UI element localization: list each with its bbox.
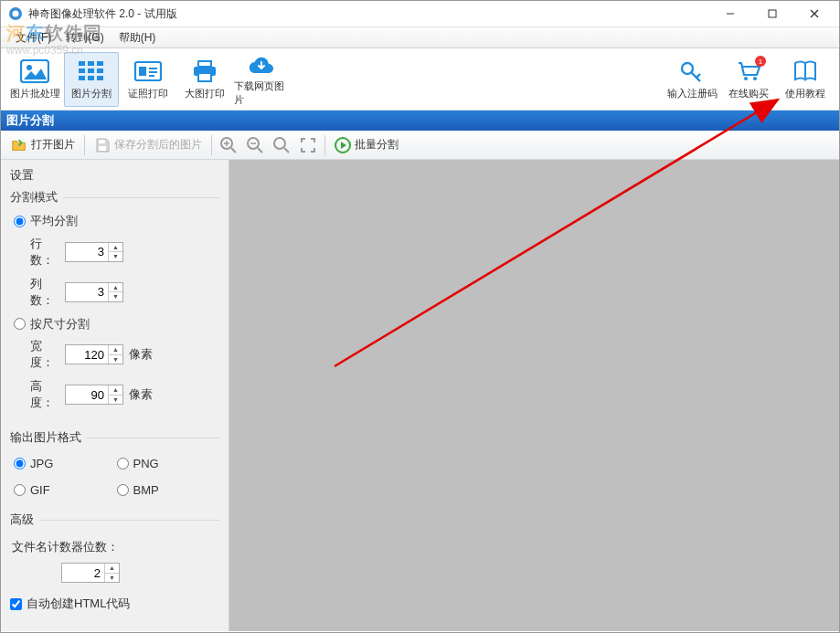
format-bmp-radio[interactable]: BMP	[117, 483, 220, 497]
minimize-button[interactable]	[709, 3, 751, 25]
svg-rect-3	[769, 10, 776, 17]
zoom-out-button[interactable]	[243, 133, 267, 157]
tool-big-print[interactable]: 大图打印	[177, 52, 232, 107]
cols-label: 列数：	[14, 276, 59, 309]
width-label: 宽度：	[14, 338, 59, 371]
svg-rect-13	[97, 69, 103, 73]
grid-icon	[76, 58, 107, 85]
menu-file[interactable]: 文件(F)	[8, 27, 58, 48]
maximize-button[interactable]	[751, 3, 793, 25]
svg-rect-11	[79, 69, 85, 73]
svg-rect-24	[198, 73, 211, 81]
app-icon	[8, 6, 23, 21]
tool-tutorial[interactable]: 使用教程	[778, 52, 833, 107]
format-jpg-radio[interactable]: JPG	[14, 457, 117, 470]
key-icon	[676, 58, 707, 85]
svg-point-28	[744, 77, 748, 80]
height-input[interactable]: ▲▼	[65, 385, 123, 405]
tool-download-web-image[interactable]: 下载网页图片	[234, 52, 289, 107]
settings-panel: 设置 分割模式 平均分割 行数： ▲▼ 列数： ▲▼ 按尺寸分割 宽度： ▲▼ …	[1, 160, 229, 631]
format-png-radio[interactable]: PNG	[117, 457, 220, 470]
open-image-button[interactable]: 打开图片	[6, 133, 80, 157]
format-gif-radio[interactable]: GIF	[14, 483, 117, 497]
cloud-download-icon	[246, 52, 277, 78]
tool-buy-online[interactable]: 1 在线购买	[721, 52, 776, 107]
svg-rect-30	[99, 140, 105, 143]
counter-input[interactable]: ▲▼	[61, 563, 120, 583]
settings-title: 设置	[10, 164, 219, 189]
svg-line-40	[284, 148, 289, 153]
auto-html-checkbox[interactable]: 自动创建HTML代码	[10, 596, 130, 612]
canvas-area	[229, 160, 839, 631]
svg-rect-31	[99, 146, 106, 151]
zoom-in-button[interactable]	[217, 133, 240, 157]
window-title: 神奇图像处理软件 2.0 - 试用版	[28, 6, 709, 22]
output-format-legend: 输出图片格式	[10, 429, 87, 446]
svg-line-33	[231, 148, 236, 153]
tool-batch-process[interactable]: 图片批处理	[7, 52, 62, 107]
svg-point-39	[274, 138, 285, 149]
svg-rect-10	[97, 61, 103, 66]
folder-open-icon	[11, 137, 27, 153]
id-card-icon	[133, 58, 164, 85]
cart-badge: 1	[755, 56, 766, 67]
printer-icon	[189, 58, 220, 85]
svg-rect-18	[139, 67, 146, 76]
menu-help[interactable]: 帮助(H)	[112, 27, 164, 48]
svg-rect-8	[79, 61, 85, 66]
svg-point-7	[27, 65, 32, 70]
image-icon	[19, 58, 50, 85]
shopping-cart-icon: 1	[733, 58, 764, 85]
cols-input[interactable]: ▲▼	[65, 282, 123, 302]
rows-label: 行数：	[14, 236, 59, 269]
svg-point-1	[13, 11, 19, 17]
svg-rect-12	[88, 69, 94, 73]
zoom-reset-button[interactable]	[270, 133, 293, 157]
svg-rect-22	[198, 61, 211, 67]
avg-split-radio[interactable]: 平均分割	[14, 213, 78, 229]
svg-rect-9	[88, 61, 94, 66]
advanced-legend: 高级	[10, 512, 39, 528]
width-input[interactable]: ▲▼	[65, 344, 123, 364]
play-icon	[335, 137, 351, 153]
size-split-radio[interactable]: 按尺寸分割	[14, 316, 90, 332]
save-split-button: 保存分割后的图片	[90, 133, 207, 157]
tool-image-split[interactable]: 图片分割	[64, 52, 119, 107]
svg-line-27	[696, 74, 700, 78]
fit-screen-button[interactable]	[296, 133, 320, 157]
tool-enter-regcode[interactable]: 输入注册码	[665, 52, 719, 107]
svg-line-37	[258, 148, 262, 153]
height-label: 高度：	[14, 378, 59, 411]
section-title: 图片分割	[1, 111, 839, 131]
close-button[interactable]	[793, 3, 835, 25]
batch-split-button[interactable]: 批量分割	[330, 133, 403, 157]
book-icon	[790, 58, 821, 85]
svg-rect-14	[79, 76, 85, 80]
svg-point-29	[753, 77, 757, 80]
save-icon	[94, 137, 111, 153]
svg-rect-15	[88, 76, 94, 80]
rows-input[interactable]: ▲▼	[65, 242, 123, 262]
tool-cert-print[interactable]: 证照打印	[121, 52, 175, 107]
svg-rect-16	[97, 76, 103, 80]
split-mode-legend: 分割模式	[10, 189, 63, 206]
menu-goto[interactable]: 转到(G)	[58, 27, 111, 48]
counter-label: 文件名计数器位数：	[10, 535, 219, 563]
